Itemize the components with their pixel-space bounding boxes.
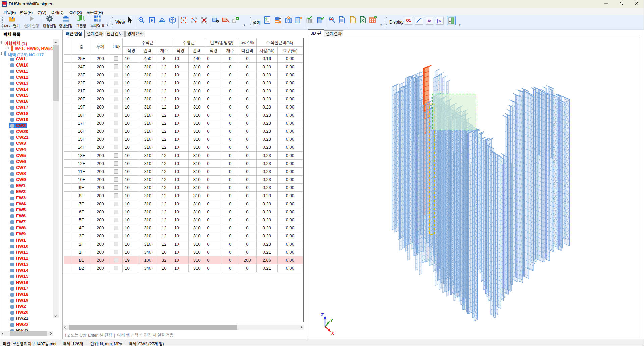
svg-text:F: F [151, 18, 153, 23]
svg-text:Z: Z [321, 313, 324, 317]
svg-text:Y: Y [330, 318, 333, 323]
svg-text:X: X [331, 331, 334, 336]
svg-text:G: G [449, 19, 451, 23]
